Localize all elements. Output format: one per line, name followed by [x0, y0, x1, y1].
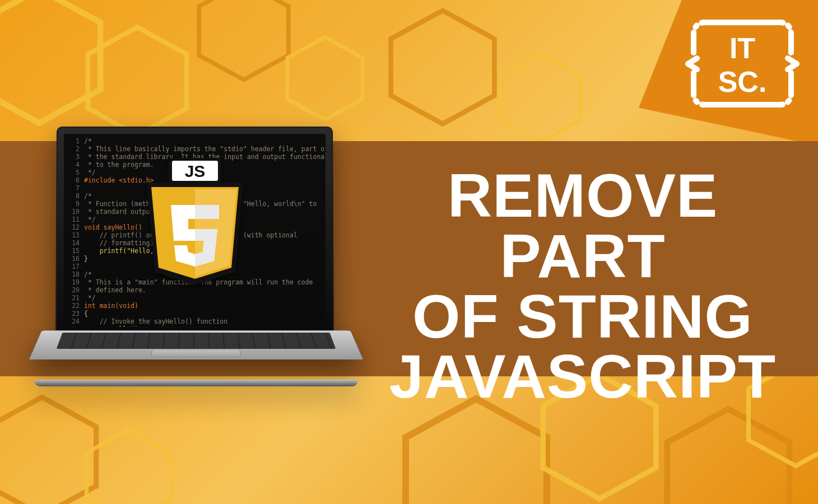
svg-marker-5: [501, 54, 581, 142]
thumbnail-stage: IT SC. REMOVE PART OF STRING JAVASCRIPT …: [0, 0, 818, 504]
hex-deco: [280, 34, 370, 123]
js-logo-icon: JS: [139, 158, 251, 287]
svg-marker-7: [86, 430, 171, 504]
headline-text: REMOVE PART OF STRING JAVASCRIPT: [359, 165, 807, 407]
svg-marker-2: [199, 0, 289, 80]
brand-logo-icon: IT SC.: [684, 15, 801, 113]
hex-deco: [381, 6, 504, 129]
js-label: JS: [184, 162, 205, 180]
svg-marker-3: [287, 37, 362, 119]
hex-deco: [78, 426, 179, 504]
brand-line1: IT: [729, 32, 755, 64]
svg-marker-8: [406, 399, 547, 504]
laptop-illustration: 1/* 2 * This line basically imports the …: [39, 120, 353, 417]
brand-line2: SC.: [718, 66, 767, 98]
svg-marker-4: [391, 11, 495, 124]
svg-marker-1: [88, 27, 187, 135]
hex-deco: [493, 50, 588, 146]
